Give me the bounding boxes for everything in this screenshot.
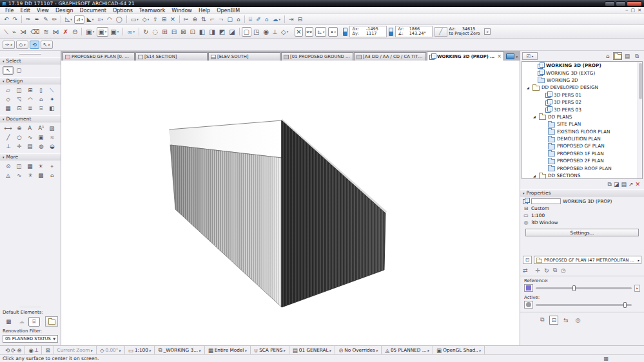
line-snap-icon[interactable]: ⟍ [3, 27, 10, 37]
mdi-window-controls[interactable]: ‒▢✕ [625, 8, 644, 13]
project-map-icon[interactable]: ⌂ [603, 52, 612, 60]
tab-close-icon[interactable]: × [497, 53, 502, 59]
text-tool-icon[interactable]: A [24, 124, 35, 133]
xy-coordinates[interactable]: Δx:-1495 Δy:1117 [349, 26, 387, 37]
coordinate-mode-button[interactable]: ⊾▸ [315, 27, 326, 37]
marquee-3d-icon[interactable]: ▢ [242, 27, 251, 37]
view-options-icon[interactable]: ▣▾ [84, 27, 96, 37]
status-icon[interactable]: ◉ [28, 347, 33, 354]
dock-bottom-icon[interactable]: ⊟ [296, 15, 304, 24]
pop-up-navigator-icon[interactable] [506, 53, 514, 59]
tree-item[interactable]: PROPOSED 1F PLAN [522, 150, 642, 157]
scale-select[interactable]: ▭1:100▸ [125, 346, 155, 354]
mirror-icon[interactable]: ⋈ [51, 27, 61, 37]
status-icon[interactable]: ⊠ [45, 347, 50, 354]
tree-item[interactable]: SITE PLAN [522, 120, 642, 128]
half-view-1-icon[interactable]: ◧ [197, 27, 206, 37]
palette-handle-2[interactable] [19, 306, 41, 307]
dimension-select[interactable]: ▤01 GENERAL▸ [289, 346, 335, 354]
tree-item[interactable]: ◢DD SECTIONS [522, 172, 642, 179]
reference-opacity-slider[interactable] [536, 287, 632, 289]
line-tool-icon[interactable]: ╱ [3, 133, 14, 142]
marker-tool-icon[interactable]: ⊙ [3, 162, 14, 171]
z-reference-button[interactable]: ╱ [434, 27, 447, 37]
status-icon[interactable]: ⟂ [35, 347, 39, 354]
tree-item[interactable]: PROPOSED ROOF PLAN [522, 164, 642, 171]
layers-default-button[interactable]: ☁ [15, 317, 27, 327]
mdi-minimize-icon[interactable]: ‒ [625, 8, 628, 13]
layout-book-icon[interactable]: ▤ [623, 52, 632, 60]
quick-pickup-button[interactable]: ✑▸ [3, 41, 15, 49]
pen-set-select[interactable]: ∪SCA PENS▸ [251, 346, 289, 354]
mdi-close-icon[interactable]: ✕ [638, 8, 641, 13]
save-view-icon[interactable]: ▤ [621, 181, 627, 187]
shadow-options-icon[interactable]: ▣▾ [109, 27, 121, 37]
3d-style-icon[interactable]: ▣▾ [97, 27, 108, 37]
trace-add-icon[interactable]: ✛ [536, 267, 541, 274]
level-dimension-tool-icon[interactable]: ⊕ [14, 124, 24, 133]
redo-icon[interactable]: ↷ [11, 15, 19, 24]
favorites-icon[interactable]: ✎ [42, 15, 50, 24]
resize-icon[interactable]: ▢ [226, 15, 235, 24]
drawing-tool-icon[interactable]: ▣ [35, 133, 46, 142]
overrides-select[interactable]: ⊘No Overrides▸ [335, 346, 382, 354]
frame-tool-icon[interactable]: ▭▾ [129, 15, 140, 24]
menu-file[interactable]: File [2, 8, 17, 14]
wall-tool-icon[interactable]: ▱ [3, 86, 14, 95]
circle-tool-icon[interactable]: ○ [14, 133, 24, 142]
guide-lines-icon[interactable]: ◺▾ [64, 15, 73, 24]
tab-6[interactable]: WORKING 3D (PROP) [3D / Sel...× [427, 52, 504, 61]
slab-tool-icon[interactable]: ◇ [3, 95, 14, 104]
zone-tool-icon[interactable]: ⊡ [14, 104, 24, 113]
menu-teamwork[interactable]: Teamwork [136, 8, 169, 14]
menu-document[interactable]: Document [77, 8, 110, 14]
active-color-swatch[interactable] [524, 301, 533, 309]
hotspot-tool-icon[interactable]: ⊥ [3, 142, 14, 151]
delete-guide-icon[interactable]: ✗ [61, 27, 70, 37]
trace-drawing-select[interactable]: PROPOSED GF PLAN (47 METROPOLITAN ROAD\D… [534, 256, 641, 264]
view-map-icon[interactable] [613, 52, 622, 60]
beam-tool-icon[interactable]: ⟍ [46, 86, 57, 95]
cutaway-icon[interactable]: ◳ [252, 27, 261, 37]
tree-item[interactable]: WORKING 3D (EXTG) [522, 69, 642, 76]
fit-group[interactable]: ⊠ [42, 346, 54, 354]
spline-tool-icon[interactable]: ∿ [24, 133, 35, 142]
snapshot-icon[interactable]: ◪ [614, 181, 620, 187]
structure-display-select[interactable]: ▦Entire Model▸ [205, 346, 251, 354]
snap-reference-icon[interactable]: ◣▾ [85, 15, 95, 24]
menu-edit[interactable]: Edit [17, 8, 34, 14]
fills-default-button[interactable]: ▩ [3, 317, 14, 327]
node-tool-icon[interactable]: ✛ [14, 142, 24, 151]
trace-swap-icon[interactable]: ⇆ [561, 316, 571, 325]
menu-openbim[interactable]: OpenBIM [213, 8, 243, 14]
tree-item[interactable]: EXISTING FLOOR PLAN [522, 128, 642, 135]
ra-coordinates[interactable]: Δr:1866 ∡:143.24° [395, 26, 433, 37]
trace-toggle-icon[interactable]: ⊡ [523, 256, 532, 264]
teamwork-home-icon[interactable]: ⌂ [263, 15, 270, 24]
camera-tool-icon[interactable]: ◍ [35, 142, 46, 151]
tree-item[interactable]: 3D PERS 03 [522, 106, 642, 113]
virtual-trackpad-icon[interactable]: ▦ [603, 356, 609, 361]
interior-elevation-tool-icon[interactable]: ◬ [3, 171, 14, 180]
trace-switch-icon[interactable]: ⇄ [523, 267, 528, 274]
default-settings-folder-button[interactable] [45, 316, 58, 327]
origin-reset-button[interactable]: ∙▸ [328, 27, 338, 37]
tree-item[interactable]: WORKING 3D (PROP) [522, 62, 642, 69]
reference-slider-thumb[interactable] [572, 285, 576, 291]
trace-splitter-icon[interactable]: ◎ [574, 316, 583, 325]
inject-parameters-icon[interactable]: ✒ [33, 15, 41, 24]
label-tool-icon[interactable]: A¹ [35, 124, 46, 133]
open-folder-icon[interactable]: ↗ [629, 181, 634, 187]
stretch-icon[interactable]: ⇅ [199, 15, 208, 24]
stair-tool-icon[interactable]: ≣ [24, 104, 35, 113]
tracker-options-button[interactable]: ⚯ [305, 27, 313, 37]
snap-points-icon[interactable]: ⌗▾ [96, 15, 105, 24]
skylight-tool-icon[interactable]: ⌂ [35, 95, 46, 104]
arrow-tool-icon[interactable]: ↖ [3, 66, 14, 75]
morph-tool-icon[interactable]: ✦ [46, 95, 57, 104]
publisher-icon[interactable]: ⧉ [632, 52, 641, 60]
teamwork-send-icon[interactable]: ✐ [255, 15, 263, 24]
expander-icon[interactable]: ◢ [527, 86, 529, 90]
tab-2[interactable]: [S14 SECTION]× [135, 52, 208, 61]
arc-tool-icon[interactable]: ◠ [105, 15, 113, 24]
